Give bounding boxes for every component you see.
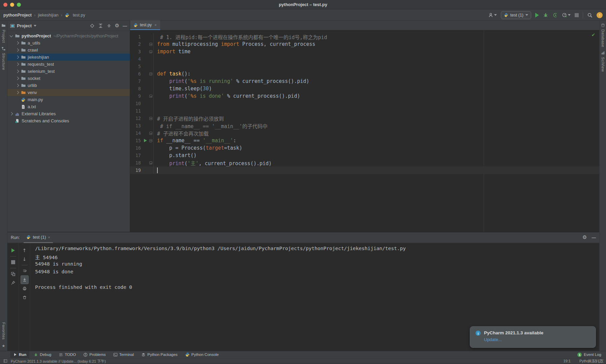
tree-row-selenium-test[interactable]: selenium_test bbox=[7, 68, 130, 75]
toolwindow-toggle-icon[interactable] bbox=[3, 359, 7, 363]
code-line-11[interactable]: 11 bbox=[130, 107, 599, 115]
tab-test-py[interactable]: test.py × bbox=[130, 21, 160, 30]
toolwindow-button-python-packages[interactable]: Python Packages bbox=[138, 351, 181, 358]
fold-marker-icon[interactable] bbox=[149, 72, 152, 75]
code-line-19[interactable]: 19 bbox=[130, 166, 599, 174]
hide-panel-button[interactable]: — bbox=[123, 23, 127, 28]
print-button[interactable] bbox=[21, 284, 29, 293]
chevron-right-icon[interactable] bbox=[16, 56, 19, 59]
fold-marker-icon[interactable] bbox=[149, 95, 152, 98]
breadcrumb-file[interactable]: test.py bbox=[73, 13, 85, 18]
down-stack-trace-button[interactable]: ↓ bbox=[21, 255, 29, 264]
chevron-down-icon[interactable] bbox=[34, 25, 36, 27]
run-tab-test-1[interactable]: test (1) × bbox=[24, 232, 53, 243]
tree-row-scratches-and-consoles[interactable]: Scratches and Consoles bbox=[7, 117, 130, 124]
code-line-1[interactable]: 1 # 1. 进程pid:每一个进程在操作系统内都有一个唯一的id号,称之为pi… bbox=[130, 33, 599, 40]
scroll-to-end-button[interactable] bbox=[21, 275, 29, 284]
tree-row-external-libraries[interactable]: External Libraries bbox=[7, 110, 130, 117]
close-run-tab-icon[interactable]: × bbox=[48, 235, 50, 239]
clear-all-button[interactable] bbox=[21, 293, 29, 302]
chevron-right-icon[interactable] bbox=[10, 112, 13, 116]
search-everywhere-button[interactable] bbox=[587, 12, 593, 18]
code-with-me-button[interactable] bbox=[488, 12, 497, 18]
code-line-17[interactable]: 17 p.start() bbox=[130, 152, 599, 159]
project-panel-title[interactable]: Project bbox=[17, 23, 32, 28]
toolwindow-button-terminal[interactable]: Terminal bbox=[110, 351, 137, 358]
rerun-button[interactable] bbox=[9, 246, 17, 255]
code-line-13[interactable]: 13 # if __name__ == '__main__'的子代码中 bbox=[130, 122, 599, 129]
collapse-all-icon[interactable] bbox=[107, 23, 112, 28]
caret-position[interactable]: 19:1 bbox=[563, 359, 570, 363]
code-line-18[interactable]: 18 print('主', current_process().pid) bbox=[130, 159, 599, 166]
toolwindow-button-run[interactable]: Run bbox=[10, 351, 29, 358]
stop-button[interactable] bbox=[575, 13, 579, 17]
chevron-right-icon[interactable] bbox=[16, 70, 19, 73]
gear-icon[interactable]: ⚙ bbox=[582, 235, 587, 240]
toolwindow-button-todo[interactable]: TODO bbox=[56, 351, 79, 358]
locate-file-icon[interactable] bbox=[90, 23, 95, 28]
update-link[interactable]: Update... bbox=[484, 337, 543, 342]
star-icon[interactable]: ★ bbox=[2, 343, 5, 348]
breadcrumb-folder[interactable]: jiekeshijian bbox=[38, 13, 58, 18]
restore-layout-button[interactable] bbox=[9, 270, 17, 278]
toolwindow-button-python-console[interactable]: Python Console bbox=[182, 351, 222, 358]
chevron-right-icon[interactable] bbox=[16, 91, 19, 94]
code-editor[interactable]: ✔ 1 # 1. 进程pid:每一个进程在操作系统内都有一个唯一的id号,称之为… bbox=[130, 30, 599, 232]
tree-row-jiekeshijian[interactable]: jiekeshijian bbox=[7, 54, 130, 61]
toolwindow-button-debug[interactable]: Debug bbox=[31, 351, 54, 358]
code-line-10[interactable]: 10 bbox=[130, 100, 599, 107]
code-line-5[interactable]: 5 bbox=[130, 63, 599, 70]
tool-stripe-sciview[interactable]: SciView bbox=[601, 57, 605, 72]
tool-stripe-project[interactable]: Project bbox=[2, 30, 6, 43]
code-line-14[interactable]: 14# 子进程不会再次加载 bbox=[130, 129, 599, 137]
tree-row-crawl[interactable]: crawl bbox=[7, 47, 130, 54]
tree-row-requests-test[interactable]: requests_test bbox=[7, 61, 130, 68]
up-stack-trace-button[interactable]: ↑ bbox=[21, 246, 29, 255]
fold-marker-icon[interactable] bbox=[149, 43, 152, 46]
hide-run-panel-button[interactable]: — bbox=[592, 235, 596, 240]
tree-row-socket[interactable]: socket bbox=[7, 75, 130, 82]
fold-marker-icon[interactable] bbox=[149, 139, 152, 142]
code-line-3[interactable]: 3import time bbox=[130, 48, 599, 55]
toolwindow-button-problems[interactable]: Problems bbox=[80, 351, 109, 358]
code-line-12[interactable]: 12# 开启子进程的操作必须放到 bbox=[130, 115, 599, 122]
tree-row-a-txt[interactable]: a.txt bbox=[7, 103, 130, 110]
code-line-2[interactable]: 2from multiprocessing import Process, cu… bbox=[130, 40, 599, 48]
stop-process-button[interactable] bbox=[9, 258, 17, 267]
code-line-15[interactable]: 15if __name__ == '__main__': bbox=[130, 137, 599, 144]
tree-row-pythonproject[interactable]: pythonProject~/PycharmProjects/pythonPro… bbox=[7, 32, 130, 39]
tool-stripe-database[interactable]: Database bbox=[601, 29, 605, 47]
code-line-7[interactable]: 7 print('%s is running' % current_proces… bbox=[130, 78, 599, 85]
chevron-right-icon[interactable] bbox=[16, 77, 19, 80]
chevron-right-icon[interactable] bbox=[16, 63, 19, 66]
profiler-button[interactable] bbox=[562, 12, 571, 18]
run-configuration-select[interactable]: test (1) bbox=[501, 11, 531, 19]
code-line-6[interactable]: 6def task(): bbox=[130, 70, 599, 78]
tree-row-a-utils[interactable]: a_utils bbox=[7, 39, 130, 47]
fold-marker-icon[interactable] bbox=[149, 50, 152, 53]
chevron-right-icon[interactable] bbox=[16, 41, 19, 45]
breadcrumb-project[interactable]: pythonProject bbox=[3, 13, 32, 18]
chevron-down-icon[interactable] bbox=[10, 34, 13, 37]
code-line-4[interactable]: 4 bbox=[130, 55, 599, 63]
tool-stripe-favorites[interactable]: Favorites bbox=[2, 322, 6, 340]
code-line-9[interactable]: 9 print('%s is done' % current_process()… bbox=[130, 92, 599, 100]
chevron-right-icon[interactable] bbox=[16, 84, 19, 87]
event-log-button[interactable]: Event Log bbox=[584, 353, 601, 357]
fold-marker-icon[interactable] bbox=[149, 132, 152, 135]
fold-marker-icon[interactable] bbox=[149, 117, 152, 120]
code-line-16[interactable]: 16 p = Process(target=task) bbox=[130, 144, 599, 152]
tree-row-venv[interactable]: venv bbox=[7, 89, 130, 96]
gear-icon[interactable]: ⚙ bbox=[115, 23, 119, 28]
fold-marker-icon[interactable] bbox=[149, 161, 152, 164]
tree-row-main-py[interactable]: main.py bbox=[7, 96, 130, 103]
run-with-coverage-button[interactable] bbox=[552, 12, 558, 18]
code-line-8[interactable]: 8 time.sleep(30) bbox=[130, 85, 599, 92]
close-tab-icon[interactable]: × bbox=[154, 23, 156, 27]
debug-button[interactable] bbox=[543, 12, 548, 18]
run-button[interactable] bbox=[535, 13, 539, 18]
chevron-right-icon[interactable] bbox=[16, 49, 19, 52]
pin-tab-button[interactable] bbox=[9, 278, 17, 287]
run-line-icon[interactable] bbox=[144, 139, 147, 142]
soft-wrap-button[interactable] bbox=[21, 267, 29, 275]
